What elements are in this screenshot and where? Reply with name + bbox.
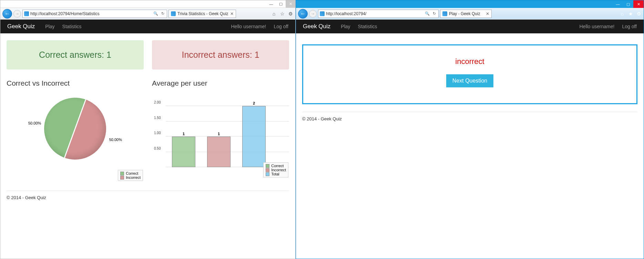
bar-label: 1 <box>207 132 230 136</box>
site-navbar: Geek Quiz Play Statistics Hello username… <box>0 20 295 33</box>
window-maximize-button[interactable]: ▢ <box>623 0 633 8</box>
bar-chart-title: Average per user <box>152 79 289 87</box>
nav-play-link[interactable]: Play <box>341 24 350 29</box>
bar-chart: 0.50 1.00 1.50 2.00 1 1 <box>152 91 289 180</box>
pie-right-percent: 50.00% <box>109 138 122 142</box>
tab-close-icon[interactable]: ✕ <box>486 11 489 16</box>
nav-forward-button[interactable]: → <box>13 10 21 18</box>
window-play: — ▢ ✕ ← → http://localhost:20794/ 🔍 ↻ Pl… <box>296 0 644 259</box>
next-question-button[interactable]: Next Question <box>446 74 493 87</box>
play-result-box: incorrect Next Question <box>302 44 637 104</box>
bar-legend: Correct Incorrect Total <box>263 162 288 177</box>
window-minimize-button[interactable]: — <box>266 0 276 8</box>
window-maximize-button[interactable]: ▢ <box>276 0 286 8</box>
legend-incorrect: Incorrect <box>271 168 286 172</box>
browser-chrome-right: ← → http://localhost:20794/ 🔍 ↻ Play - G… <box>296 8 644 20</box>
page-icon <box>24 11 29 16</box>
bar-correct: 1 <box>172 137 195 167</box>
nav-forward-button[interactable]: → <box>309 10 317 18</box>
correct-answers-panel: Correct answers: 1 <box>7 40 144 69</box>
legend-total: Total <box>271 172 279 176</box>
bar-incorrect: 1 <box>207 137 231 167</box>
ytick: 2.00 <box>154 100 161 104</box>
result-text: incorrect <box>310 57 630 66</box>
tools-icon[interactable]: ⚙ <box>636 11 642 17</box>
nav-statistics-link[interactable]: Statistics <box>358 24 377 29</box>
pie-chart-title: Correct vs Incorrect <box>7 79 144 87</box>
search-icon[interactable]: 🔍 <box>153 11 159 17</box>
pie-left-percent: 50.00% <box>28 121 41 125</box>
play-content: incorrect Next Question © 2014 - Geek Qu… <box>296 33 644 259</box>
nav-logoff-link[interactable]: Log off <box>274 24 288 29</box>
statistics-content: Correct answers: 1 Correct vs Incorrect … <box>0 33 295 259</box>
tab-favicon-icon <box>171 11 176 16</box>
address-bar[interactable]: http://localhost:20794/ 🔍 ↻ <box>318 10 439 18</box>
nav-play-link[interactable]: Play <box>45 24 54 29</box>
ytick: 1.00 <box>154 131 161 135</box>
nav-back-button[interactable]: ← <box>298 9 308 19</box>
home-icon[interactable]: ⌂ <box>620 11 625 17</box>
bar-label: 2 <box>243 101 265 105</box>
window-close-button[interactable]: ✕ <box>633 0 644 8</box>
titlebar-right: — ▢ ✕ <box>296 0 644 8</box>
home-icon[interactable]: ⌂ <box>271 11 277 17</box>
address-text: http://localhost:20794/Home/Statistics <box>30 11 152 16</box>
window-minimize-button[interactable]: — <box>613 0 623 8</box>
tab-title: Play - Geek Quiz <box>449 11 480 16</box>
browser-tab[interactable]: Play - Geek Quiz ✕ <box>440 10 492 18</box>
favorites-icon[interactable]: ☆ <box>279 11 285 17</box>
bar-label: 1 <box>172 132 195 136</box>
tab-close-icon[interactable]: ✕ <box>230 11 234 16</box>
footer-text: © 2014 - Geek Quiz <box>302 116 637 121</box>
tab-favicon-icon <box>442 11 447 16</box>
bar-total: 2 <box>242 106 266 167</box>
pie-legend: Correct Incorrect <box>118 170 143 181</box>
browser-chrome-left: ← → http://localhost:20794/Home/Statisti… <box>0 8 295 20</box>
window-statistics: — ▢ ✕ ← → http://localhost:20794/Home/St… <box>0 0 296 259</box>
brand[interactable]: Geek Quiz <box>7 23 35 30</box>
nav-greeting[interactable]: Hello username! <box>231 24 266 29</box>
ytick: 1.50 <box>154 116 161 120</box>
refresh-icon[interactable]: ↻ <box>431 11 437 17</box>
window-close-button[interactable]: ✕ <box>286 0 295 8</box>
incorrect-answers-panel: Incorrect answers: 1 <box>152 40 289 69</box>
titlebar-left: — ▢ ✕ <box>0 0 295 8</box>
footer-text: © 2014 - Geek Quiz <box>7 195 289 200</box>
page-icon <box>320 11 325 16</box>
pie-chart: 50.00% 50.00% Correct Incorrect <box>7 94 144 184</box>
tab-title: Trivia Statistics - Geek Quiz <box>177 11 228 16</box>
nav-greeting[interactable]: Hello username! <box>580 24 615 29</box>
nav-back-button[interactable]: ← <box>2 9 12 19</box>
site-navbar: Geek Quiz Play Statistics Hello username… <box>296 20 644 33</box>
legend-incorrect: Incorrect <box>126 175 141 180</box>
favorites-icon[interactable]: ★ <box>628 11 633 17</box>
ytick: 0.50 <box>154 147 161 150</box>
nav-statistics-link[interactable]: Statistics <box>62 24 82 29</box>
address-text: http://localhost:20794/ <box>326 11 423 16</box>
brand[interactable]: Geek Quiz <box>303 23 330 30</box>
browser-tab[interactable]: Trivia Statistics - Geek Quiz ✕ <box>168 10 236 18</box>
legend-correct: Correct <box>271 164 284 168</box>
refresh-icon[interactable]: ↻ <box>160 11 165 17</box>
address-bar[interactable]: http://localhost:20794/Home/Statistics 🔍… <box>22 10 167 18</box>
legend-correct: Correct <box>126 171 138 175</box>
tools-icon[interactable]: ⚙ <box>288 11 293 17</box>
nav-logoff-link[interactable]: Log off <box>622 24 637 29</box>
search-icon[interactable]: 🔍 <box>425 11 430 17</box>
